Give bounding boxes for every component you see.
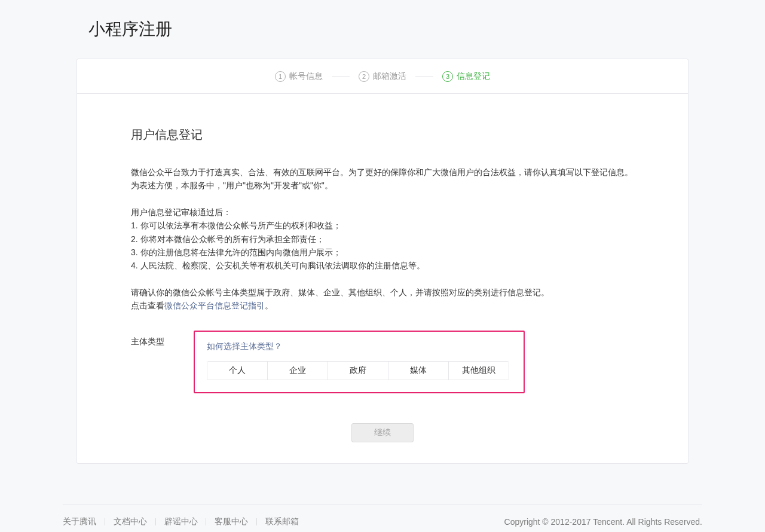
- entity-option-other-org[interactable]: 其他组织: [449, 362, 509, 380]
- entity-type-label: 主体类型: [131, 331, 194, 347]
- footer-copyright: Copyright © 2012-2017 Tencent. All Right…: [504, 517, 702, 527]
- footer-separator-icon: [256, 518, 257, 525]
- intro-paragraph: 微信公众平台致力于打造真实、合法、有效的互联网平台。为了更好的保障你和广大微信用…: [131, 166, 634, 192]
- guide-link[interactable]: 微信公众平台信息登记指引: [164, 301, 265, 310]
- after-approve-item-1: 1. 你可以依法享有本微信公众帐号所产生的权利和收益；: [131, 219, 634, 232]
- entity-type-highlight: 如何选择主体类型？ 个人 企业 政府 媒体 其他组织: [194, 331, 525, 393]
- footer-link-rumor[interactable]: 辟谣中心: [164, 516, 198, 526]
- step-label: 帐号信息: [289, 71, 323, 82]
- page-title: 小程序注册: [76, 18, 688, 41]
- intro-line-1: 微信公众平台致力于打造真实、合法、有效的互联网平台。为了更好的保障你和广大微信用…: [131, 166, 634, 179]
- entity-type-row: 主体类型 如何选择主体类型？ 个人 企业 政府 媒体 其他组织: [131, 331, 634, 393]
- step-number-icon: 2: [359, 71, 369, 82]
- entity-type-options: 个人 企业 政府 媒体 其他组织: [207, 361, 509, 380]
- footer-link-support[interactable]: 客服中心: [215, 516, 248, 526]
- footer-link-about[interactable]: 关于腾讯: [63, 516, 96, 526]
- step-separator-icon: [332, 76, 350, 77]
- entity-type-helper-link[interactable]: 如何选择主体类型？: [207, 341, 512, 352]
- step-number-icon: 1: [275, 71, 286, 82]
- footer-separator-icon: [206, 518, 206, 525]
- entity-option-personal[interactable]: 个人: [207, 362, 268, 380]
- after-approve-paragraph: 用户信息登记审核通过后： 1. 你可以依法享有本微信公众帐号所产生的权利和收益；…: [131, 206, 634, 273]
- form-content: 用户信息登记 微信公众平台致力于打造真实、合法、有效的互联网平台。为了更好的保障…: [77, 94, 688, 463]
- continue-button[interactable]: 继续: [351, 423, 414, 442]
- footer: 关于腾讯 文档中心 辟谣中心 客服中心 联系邮箱 Copyright © 201…: [63, 505, 702, 532]
- footer-separator-icon: [155, 518, 156, 525]
- step-email-activate: 2 邮箱激活: [359, 71, 406, 82]
- after-approve-item-3: 3. 你的注册信息将在法律允许的范围内向微信用户展示；: [131, 246, 634, 259]
- footer-link-docs[interactable]: 文档中心: [114, 516, 147, 526]
- confirm-line-2: 点击查看微信公众平台信息登记指引。: [131, 299, 634, 312]
- stepper: 1 帐号信息 2 邮箱激活 3 信息登记: [77, 59, 688, 94]
- intro-line-2: 为表述方便，本服务中，"用户"也称为"开发者"或"你"。: [131, 179, 634, 192]
- footer-separator-icon: [105, 518, 105, 525]
- confirm-line-1: 请确认你的微信公众帐号主体类型属于政府、媒体、企业、其他组织、个人，并请按照对应…: [131, 286, 634, 299]
- confirm-prefix: 点击查看: [131, 301, 164, 310]
- entity-option-media[interactable]: 媒体: [388, 362, 449, 380]
- confirm-paragraph: 请确认你的微信公众帐号主体类型属于政府、媒体、企业、其他组织、个人，并请按照对应…: [131, 286, 634, 313]
- confirm-suffix: 。: [265, 301, 273, 310]
- registration-card: 1 帐号信息 2 邮箱激活 3 信息登记 用户信息登记 微信公众平台致力于打造真…: [76, 59, 688, 464]
- continue-row: 继续: [131, 423, 634, 442]
- footer-link-contact[interactable]: 联系邮箱: [265, 516, 299, 526]
- step-label: 邮箱激活: [373, 71, 406, 82]
- entity-option-government[interactable]: 政府: [328, 362, 388, 380]
- entity-option-enterprise[interactable]: 企业: [268, 362, 328, 380]
- after-approve-heading: 用户信息登记审核通过后：: [131, 206, 634, 219]
- footer-links: 关于腾讯 文档中心 辟谣中心 客服中心 联系邮箱: [63, 516, 299, 527]
- section-title: 用户信息登记: [131, 127, 634, 143]
- step-separator-icon: [415, 76, 433, 77]
- step-account-info: 1 帐号信息: [275, 71, 323, 82]
- after-approve-item-4: 4. 人民法院、检察院、公安机关等有权机关可向腾讯依法调取你的注册信息等。: [131, 259, 634, 272]
- after-approve-item-2: 2. 你将对本微信公众帐号的所有行为承担全部责任；: [131, 233, 634, 246]
- step-number-icon: 3: [442, 71, 453, 82]
- step-label: 信息登记: [457, 71, 490, 82]
- step-info-register: 3 信息登记: [442, 71, 490, 82]
